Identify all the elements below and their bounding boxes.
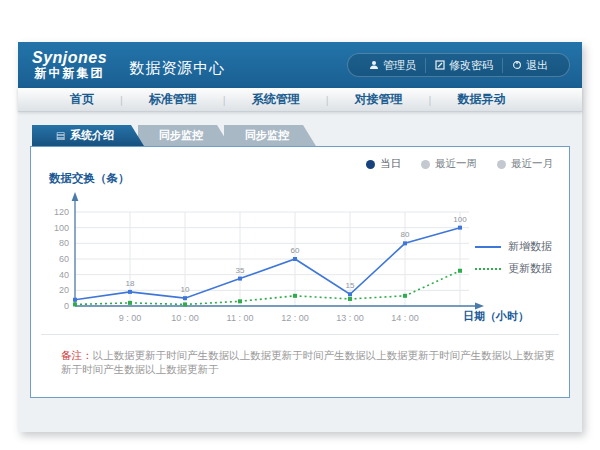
svg-text:14 : 00: 14 : 00 [391,313,419,323]
range-option-label: 当日 [380,157,401,171]
svg-text:35: 35 [236,266,245,275]
svg-text:20: 20 [59,285,69,295]
legend-label: 更新数据 [508,261,552,276]
change-password-label: 修改密码 [449,58,493,73]
main-nav: 首页 | 标准管理 | 系统管理 | 对接管理 | 数据异动 [18,88,582,112]
tab-sync-monitor-1[interactable]: 同步监控 [138,125,230,146]
user-icon [369,60,379,70]
app-window: Synjones 新中新集团 数据资源中心 管理员 修改密码 [18,42,582,432]
current-user-button[interactable]: 管理员 [360,58,425,73]
range-option-last-month[interactable]: 最近一月 [497,157,553,171]
radio-icon [497,160,506,169]
svg-text:100: 100 [54,223,69,233]
tab-label: 系统介绍 [70,128,114,143]
chart-legend: 新增数据 更新数据 [475,232,559,283]
legend-line-sample [475,268,501,270]
user-toolbar: 管理员 修改密码 退出 [347,53,570,77]
svg-text:120: 120 [54,207,69,217]
svg-text:60: 60 [291,246,300,255]
line-chart: 0204060801001209 : 0010 : 0011 : 0012 : … [39,188,491,328]
svg-text:80: 80 [401,230,410,239]
nav-item-system-mgmt[interactable]: 系统管理 [226,91,326,108]
panel-divider [41,334,559,335]
x-axis-tick-labels: 9 : 0010 : 0011 : 0012 : 0013 : 0014 : 0… [119,313,419,323]
chart-y-axis-title: 数据交换（条） [49,171,561,186]
tab-system-intro[interactable]: ▤ 系统介绍 [32,125,144,146]
svg-text:40: 40 [59,270,69,280]
page-title: 数据资源中心 [129,59,225,78]
svg-text:80: 80 [59,238,69,248]
logout-label: 退出 [526,58,548,73]
logout-button[interactable]: 退出 [502,58,557,73]
footnote-text: 以上数据更新于时间产生数据以上数据更新于时间产生数据以上数据更新于时间产生数据以… [61,349,555,375]
legend-label: 新增数据 [508,239,552,254]
svg-text:13 : 00: 13 : 00 [336,313,364,323]
svg-text:15: 15 [346,281,355,290]
chart-area: 0204060801001209 : 0010 : 0011 : 0012 : … [39,188,561,330]
svg-text:11 : 00: 11 : 00 [227,313,254,323]
range-option-last-week[interactable]: 最近一周 [421,157,477,171]
range-option-label: 最近一月 [511,157,553,171]
chart-panel: 当日 最近一周 最近一月 数据交换（条） 0204060801001209 : … [30,146,570,398]
svg-text:12 : 00: 12 : 00 [281,313,309,323]
svg-text:60: 60 [59,254,69,264]
logo-en-text: Synjones [32,50,107,67]
footnote-label: 备注： [61,349,93,361]
range-option-label: 最近一周 [435,157,477,171]
power-icon [512,60,522,70]
tab-label: 同步监控 [159,128,203,143]
svg-text:10 : 00: 10 : 00 [171,313,199,323]
svg-text:100: 100 [453,215,467,224]
tab-label: 同步监控 [245,128,289,143]
legend-line-sample [475,246,501,248]
radio-icon [421,160,430,169]
nav-item-home[interactable]: 首页 [44,91,120,108]
tab-sync-monitor-2[interactable]: 同步监控 [224,125,316,146]
app-header: Synjones 新中新集团 数据资源中心 管理员 修改密码 [18,42,582,88]
nav-item-data-change[interactable]: 数据异动 [431,91,531,108]
document-icon: ▤ [56,131,65,141]
svg-text:0: 0 [64,301,69,311]
company-logo: Synjones 新中新集团 [32,50,107,79]
y-axis-tick-labels: 020406080100120 [54,207,69,311]
edit-icon [435,60,445,70]
tab-bar: ▤ 系统介绍 同步监控 同步监控 [32,112,582,146]
svg-text:9 : 00: 9 : 00 [119,313,142,323]
nav-item-standard-mgmt[interactable]: 标准管理 [123,91,223,108]
radio-icon [366,160,375,169]
time-range-options: 当日 最近一周 最近一月 [366,157,553,171]
current-user-label: 管理员 [383,58,416,73]
legend-item-updated-data[interactable]: 更新数据 [475,261,559,276]
footnote: 备注：以上数据更新于时间产生数据以上数据更新于时间产生数据以上数据更新于时间产生… [61,349,561,377]
svg-text:10: 10 [181,285,190,294]
chart-x-axis-title: 日期（小时） [463,309,529,324]
nav-item-interface-mgmt[interactable]: 对接管理 [329,91,429,108]
svg-text:18: 18 [126,279,135,288]
logo-cn-text: 新中新集团 [35,67,105,80]
legend-item-new-data[interactable]: 新增数据 [475,239,559,254]
range-option-today[interactable]: 当日 [366,157,401,171]
content-area: ▤ 系统介绍 同步监控 同步监控 当日 最近一周 [18,112,582,432]
change-password-button[interactable]: 修改密码 [425,58,502,73]
